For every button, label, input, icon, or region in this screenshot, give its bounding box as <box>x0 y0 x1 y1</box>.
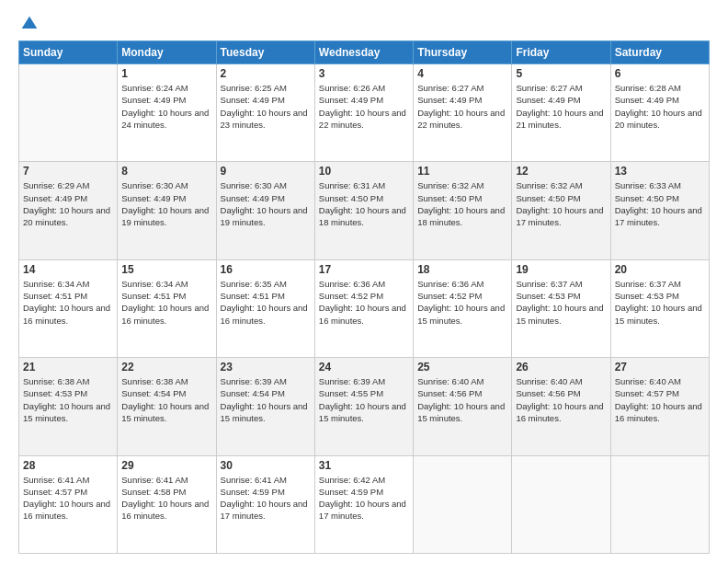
calendar-day-header: Thursday <box>414 41 512 64</box>
calendar-cell: 1Sunrise: 6:24 AMSunset: 4:49 PMDaylight… <box>118 64 216 162</box>
calendar-table: SundayMondayTuesdayWednesdayThursdayFrid… <box>18 40 710 554</box>
day-number: 14 <box>23 263 113 276</box>
svg-marker-0 <box>22 17 38 29</box>
calendar-cell: 28Sunrise: 6:41 AMSunset: 4:57 PMDayligh… <box>19 455 118 553</box>
day-number: 18 <box>417 263 507 276</box>
calendar-cell: 11Sunrise: 6:32 AMSunset: 4:50 PMDayligh… <box>414 162 512 259</box>
day-info: Sunrise: 6:41 AMSunset: 4:58 PMDaylight:… <box>121 474 211 523</box>
calendar-day-header: Sunday <box>19 41 118 64</box>
day-number: 1 <box>121 67 211 80</box>
day-info: Sunrise: 6:41 AMSunset: 4:57 PMDaylight:… <box>23 474 113 523</box>
day-info: Sunrise: 6:29 AMSunset: 4:49 PMDaylight:… <box>23 179 113 228</box>
calendar-cell: 29Sunrise: 6:41 AMSunset: 4:58 PMDayligh… <box>118 455 216 553</box>
calendar-cell <box>414 455 512 553</box>
calendar-header-row: SundayMondayTuesdayWednesdayThursdayFrid… <box>19 41 710 64</box>
calendar-cell: 19Sunrise: 6:37 AMSunset: 4:53 PMDayligh… <box>512 259 610 357</box>
day-info: Sunrise: 6:25 AMSunset: 4:49 PMDaylight:… <box>221 82 311 131</box>
day-info: Sunrise: 6:37 AMSunset: 4:53 PMDaylight:… <box>516 278 606 327</box>
day-info: Sunrise: 6:40 AMSunset: 4:56 PMDaylight:… <box>417 375 507 424</box>
day-info: Sunrise: 6:30 AMSunset: 4:49 PMDaylight:… <box>221 179 311 228</box>
day-number: 4 <box>417 67 507 80</box>
calendar-cell: 18Sunrise: 6:36 AMSunset: 4:52 PMDayligh… <box>414 259 512 357</box>
day-number: 31 <box>319 459 409 472</box>
day-number: 22 <box>121 361 211 373</box>
calendar-body: 1Sunrise: 6:24 AMSunset: 4:49 PMDaylight… <box>19 64 710 554</box>
day-number: 29 <box>121 459 211 472</box>
calendar-cell: 8Sunrise: 6:30 AMSunset: 4:49 PMDaylight… <box>118 162 216 259</box>
day-info: Sunrise: 6:40 AMSunset: 4:56 PMDaylight:… <box>516 375 606 424</box>
day-info: Sunrise: 6:41 AMSunset: 4:59 PMDaylight:… <box>221 474 311 523</box>
day-number: 30 <box>221 459 311 472</box>
day-info: Sunrise: 6:39 AMSunset: 4:54 PMDaylight:… <box>221 375 311 424</box>
logo <box>18 15 39 33</box>
calendar-cell: 13Sunrise: 6:33 AMSunset: 4:50 PMDayligh… <box>610 162 709 259</box>
day-number: 24 <box>319 361 409 373</box>
day-info: Sunrise: 6:32 AMSunset: 4:50 PMDaylight:… <box>417 179 507 228</box>
calendar-cell: 24Sunrise: 6:39 AMSunset: 4:55 PMDayligh… <box>314 358 413 455</box>
logo-icon <box>20 15 39 33</box>
calendar-cell <box>512 455 610 553</box>
day-info: Sunrise: 6:38 AMSunset: 4:53 PMDaylight:… <box>23 375 113 424</box>
day-number: 17 <box>319 263 409 276</box>
day-info: Sunrise: 6:26 AMSunset: 4:49 PMDaylight:… <box>319 82 409 131</box>
calendar-cell: 25Sunrise: 6:40 AMSunset: 4:56 PMDayligh… <box>414 358 512 455</box>
day-info: Sunrise: 6:34 AMSunset: 4:51 PMDaylight:… <box>23 278 113 327</box>
calendar-cell: 31Sunrise: 6:42 AMSunset: 4:59 PMDayligh… <box>314 455 413 553</box>
calendar-cell: 16Sunrise: 6:35 AMSunset: 4:51 PMDayligh… <box>216 259 314 357</box>
day-number: 6 <box>615 67 705 80</box>
calendar-cell: 7Sunrise: 6:29 AMSunset: 4:49 PMDaylight… <box>19 162 118 259</box>
calendar-week-row: 7Sunrise: 6:29 AMSunset: 4:49 PMDaylight… <box>19 162 710 259</box>
day-info: Sunrise: 6:30 AMSunset: 4:49 PMDaylight:… <box>121 179 211 228</box>
calendar-cell: 10Sunrise: 6:31 AMSunset: 4:50 PMDayligh… <box>314 162 413 259</box>
calendar-cell: 20Sunrise: 6:37 AMSunset: 4:53 PMDayligh… <box>610 259 709 357</box>
day-number: 7 <box>23 165 113 178</box>
day-info: Sunrise: 6:37 AMSunset: 4:53 PMDaylight:… <box>615 278 705 327</box>
calendar-cell: 22Sunrise: 6:38 AMSunset: 4:54 PMDayligh… <box>118 358 216 455</box>
calendar-day-header: Saturday <box>610 41 709 64</box>
calendar-cell: 21Sunrise: 6:38 AMSunset: 4:53 PMDayligh… <box>19 358 118 455</box>
calendar-cell: 9Sunrise: 6:30 AMSunset: 4:49 PMDaylight… <box>216 162 314 259</box>
day-info: Sunrise: 6:40 AMSunset: 4:57 PMDaylight:… <box>615 375 705 424</box>
day-info: Sunrise: 6:27 AMSunset: 4:49 PMDaylight:… <box>417 82 507 131</box>
day-info: Sunrise: 6:36 AMSunset: 4:52 PMDaylight:… <box>319 278 409 327</box>
calendar-day-header: Monday <box>118 41 216 64</box>
calendar-cell: 15Sunrise: 6:34 AMSunset: 4:51 PMDayligh… <box>118 259 216 357</box>
calendar-cell: 4Sunrise: 6:27 AMSunset: 4:49 PMDaylight… <box>414 64 512 162</box>
day-number: 16 <box>221 263 311 276</box>
calendar-cell: 26Sunrise: 6:40 AMSunset: 4:56 PMDayligh… <box>512 358 610 455</box>
calendar-cell: 5Sunrise: 6:27 AMSunset: 4:49 PMDaylight… <box>512 64 610 162</box>
day-number: 21 <box>23 361 113 373</box>
day-number: 20 <box>615 263 705 276</box>
day-info: Sunrise: 6:36 AMSunset: 4:52 PMDaylight:… <box>417 278 507 327</box>
day-number: 13 <box>615 165 705 178</box>
day-number: 10 <box>319 165 409 178</box>
day-info: Sunrise: 6:38 AMSunset: 4:54 PMDaylight:… <box>121 375 211 424</box>
day-number: 12 <box>516 165 606 178</box>
calendar-week-row: 28Sunrise: 6:41 AMSunset: 4:57 PMDayligh… <box>19 455 710 553</box>
calendar-cell: 30Sunrise: 6:41 AMSunset: 4:59 PMDayligh… <box>216 455 314 553</box>
day-number: 9 <box>221 165 311 178</box>
header <box>18 15 710 33</box>
day-info: Sunrise: 6:35 AMSunset: 4:51 PMDaylight:… <box>221 278 311 327</box>
calendar-cell: 27Sunrise: 6:40 AMSunset: 4:57 PMDayligh… <box>610 358 709 455</box>
day-info: Sunrise: 6:24 AMSunset: 4:49 PMDaylight:… <box>121 82 211 131</box>
calendar-cell: 12Sunrise: 6:32 AMSunset: 4:50 PMDayligh… <box>512 162 610 259</box>
calendar-day-header: Wednesday <box>314 41 413 64</box>
calendar-week-row: 14Sunrise: 6:34 AMSunset: 4:51 PMDayligh… <box>19 259 710 357</box>
calendar-cell: 14Sunrise: 6:34 AMSunset: 4:51 PMDayligh… <box>19 259 118 357</box>
day-info: Sunrise: 6:33 AMSunset: 4:50 PMDaylight:… <box>615 179 705 228</box>
calendar-cell <box>610 455 709 553</box>
day-number: 26 <box>516 361 606 373</box>
day-number: 11 <box>417 165 507 178</box>
day-number: 2 <box>221 67 311 80</box>
day-info: Sunrise: 6:32 AMSunset: 4:50 PMDaylight:… <box>516 179 606 228</box>
calendar-day-header: Friday <box>512 41 610 64</box>
day-number: 3 <box>319 67 409 80</box>
day-number: 27 <box>615 361 705 373</box>
day-info: Sunrise: 6:28 AMSunset: 4:49 PMDaylight:… <box>615 82 705 131</box>
day-info: Sunrise: 6:31 AMSunset: 4:50 PMDaylight:… <box>319 179 409 228</box>
calendar-cell: 3Sunrise: 6:26 AMSunset: 4:49 PMDaylight… <box>314 64 413 162</box>
calendar-week-row: 1Sunrise: 6:24 AMSunset: 4:49 PMDaylight… <box>19 64 710 162</box>
calendar-cell <box>19 64 118 162</box>
day-number: 28 <box>23 459 113 472</box>
